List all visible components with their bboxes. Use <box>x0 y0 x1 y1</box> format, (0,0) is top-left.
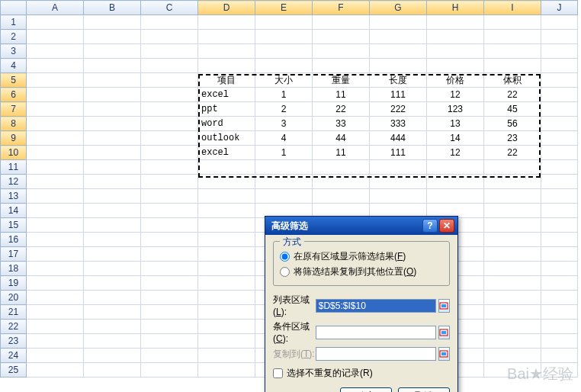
cell-F9[interactable]: 44 <box>313 131 370 146</box>
cell-C19[interactable] <box>141 276 198 291</box>
cell-B25[interactable] <box>84 363 141 378</box>
cell-J10[interactable] <box>541 146 578 160</box>
cell-I7[interactable]: 45 <box>484 102 541 117</box>
cell-G13[interactable] <box>370 189 427 204</box>
cell-I10[interactable]: 22 <box>484 146 541 160</box>
cell-G12[interactable] <box>370 175 427 189</box>
cell-C1[interactable] <box>141 15 198 30</box>
cell-I20[interactable] <box>484 291 541 305</box>
unique-records-row[interactable]: 选择不重复的记录(R) <box>273 367 450 380</box>
cell-F1[interactable] <box>313 15 370 30</box>
cell-H6[interactable]: 12 <box>427 88 484 102</box>
cell-F4[interactable] <box>313 59 370 73</box>
cell-F3[interactable] <box>313 44 370 59</box>
cell-C21[interactable] <box>141 305 198 320</box>
cell-I2[interactable] <box>484 30 541 44</box>
row-header-10[interactable]: 10 <box>1 146 27 160</box>
cell-H4[interactable] <box>427 59 484 73</box>
cell-D8[interactable]: word <box>198 117 255 131</box>
cell-B18[interactable] <box>84 262 141 276</box>
cell-F10[interactable]: 11 <box>313 146 370 160</box>
cell-D17[interactable] <box>198 247 255 262</box>
cell-D7[interactable]: ppt <box>198 102 255 117</box>
cell-D15[interactable] <box>198 218 255 233</box>
cancel-button[interactable]: 取消 <box>398 387 450 392</box>
cell-J21[interactable] <box>541 305 578 320</box>
cell-E1[interactable] <box>255 15 313 30</box>
row-header-9[interactable]: 9 <box>1 131 27 146</box>
cell-J25[interactable] <box>541 363 578 378</box>
cell-D6[interactable]: excel <box>198 88 255 102</box>
cell-C17[interactable] <box>141 247 198 262</box>
row-header-20[interactable]: 20 <box>1 291 27 305</box>
cell-C24[interactable] <box>141 349 198 363</box>
cell-F5[interactable]: 重量 <box>313 73 370 88</box>
cell-E12[interactable] <box>255 175 313 189</box>
cell-E9[interactable]: 4 <box>255 131 313 146</box>
row-header-1[interactable]: 1 <box>1 15 27 30</box>
cell-A16[interactable] <box>27 233 84 247</box>
cell-J8[interactable] <box>541 117 578 131</box>
cell-A7[interactable] <box>27 102 84 117</box>
cell-E2[interactable] <box>255 30 313 44</box>
cell-I9[interactable]: 23 <box>484 131 541 146</box>
cell-H8[interactable]: 13 <box>427 117 484 131</box>
cell-I17[interactable] <box>484 247 541 262</box>
cell-F8[interactable]: 33 <box>313 117 370 131</box>
cell-B19[interactable] <box>84 276 141 291</box>
cell-I14[interactable] <box>484 204 541 218</box>
cell-B8[interactable] <box>84 117 141 131</box>
cell-F11[interactable] <box>313 160 370 175</box>
cell-D21[interactable] <box>198 305 255 320</box>
unique-records-checkbox[interactable] <box>273 368 283 378</box>
row-header-2[interactable]: 2 <box>1 30 27 44</box>
cell-D20[interactable] <box>198 291 255 305</box>
cell-J11[interactable] <box>541 160 578 175</box>
close-button[interactable]: ✕ <box>439 219 454 233</box>
row-header-15[interactable]: 15 <box>1 218 27 233</box>
cell-J9[interactable] <box>541 131 578 146</box>
cell-J6[interactable] <box>541 88 578 102</box>
cell-J3[interactable] <box>541 44 578 59</box>
cell-B2[interactable] <box>84 30 141 44</box>
cell-C8[interactable] <box>141 117 198 131</box>
row-header-13[interactable]: 13 <box>1 189 27 204</box>
list-range-input[interactable] <box>316 299 436 313</box>
cell-A6[interactable] <box>27 88 84 102</box>
cell-D12[interactable] <box>198 175 255 189</box>
cell-I11[interactable] <box>484 160 541 175</box>
cell-C5[interactable] <box>141 73 198 88</box>
cell-A22[interactable] <box>27 320 84 334</box>
row-header-18[interactable]: 18 <box>1 262 27 276</box>
cell-I19[interactable] <box>484 276 541 291</box>
cell-J20[interactable] <box>541 291 578 305</box>
cell-I23[interactable] <box>484 334 541 349</box>
criteria-range-input[interactable] <box>316 326 436 339</box>
row-header-22[interactable]: 22 <box>1 320 27 334</box>
cell-B5[interactable] <box>84 73 141 88</box>
cell-J4[interactable] <box>541 59 578 73</box>
cell-I5[interactable]: 体积 <box>484 73 541 88</box>
cell-H10[interactable]: 12 <box>427 146 484 160</box>
cell-F13[interactable] <box>313 189 370 204</box>
cell-I22[interactable] <box>484 320 541 334</box>
cell-F2[interactable] <box>313 30 370 44</box>
cell-B7[interactable] <box>84 102 141 117</box>
cell-C3[interactable] <box>141 44 198 59</box>
row-header-24[interactable]: 24 <box>1 349 27 363</box>
cell-D5[interactable]: 项目 <box>198 73 255 88</box>
cell-J16[interactable] <box>541 233 578 247</box>
cell-B3[interactable] <box>84 44 141 59</box>
cell-I3[interactable] <box>484 44 541 59</box>
cell-J18[interactable] <box>541 262 578 276</box>
row-header-19[interactable]: 19 <box>1 276 27 291</box>
cell-E8[interactable]: 3 <box>255 117 313 131</box>
cell-D22[interactable] <box>198 320 255 334</box>
cell-C11[interactable] <box>141 160 198 175</box>
cell-E4[interactable] <box>255 59 313 73</box>
cell-C18[interactable] <box>141 262 198 276</box>
cell-A15[interactable] <box>27 218 84 233</box>
cell-A3[interactable] <box>27 44 84 59</box>
row-header-17[interactable]: 17 <box>1 247 27 262</box>
cell-B6[interactable] <box>84 88 141 102</box>
